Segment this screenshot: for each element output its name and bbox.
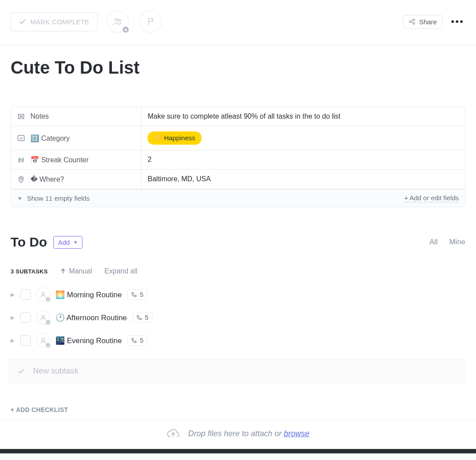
share-label: Share xyxy=(419,18,437,26)
subtask-row: ▶ + 🕐 Afternoon Routine 5 xyxy=(11,306,465,329)
caret-down-icon: ▼ xyxy=(73,240,78,245)
more-options-button[interactable] xyxy=(449,18,465,26)
add-edit-fields-button[interactable]: + Add or edit fields xyxy=(404,194,459,202)
subtask-row: ▶ + 🌅 Morning Routine 5 xyxy=(11,283,465,306)
field-value-notes[interactable]: Make sure to complete atleast 90% of all… xyxy=(141,107,465,126)
svg-point-2 xyxy=(409,21,411,22)
fields-footer: ▼ Show 11 empty fields + Add or edit fie… xyxy=(11,189,465,207)
svg-point-15 xyxy=(134,341,136,343)
priority-flag-button[interactable] xyxy=(140,11,162,33)
svg-point-9 xyxy=(134,295,136,297)
subtask-tree-icon xyxy=(131,292,137,298)
field-label-category: 🔠 Category xyxy=(11,126,141,150)
dropdown-field-icon xyxy=(17,134,25,142)
expand-caret-icon[interactable]: ▶ xyxy=(11,314,15,321)
attachment-dropzone[interactable]: Drop files here to attach or browse xyxy=(0,420,476,449)
todo-section-title: To Do xyxy=(11,235,47,250)
field-value-streak[interactable]: 2 xyxy=(141,150,465,169)
text-field-icon xyxy=(17,112,25,120)
field-value-category[interactable]: 💛 Happiness xyxy=(141,126,465,150)
share-button[interactable]: Share xyxy=(403,15,443,29)
subtask-row: ▶ + 🌃 Evening Routine 5 xyxy=(11,329,465,352)
subtask-name[interactable]: 🌅 Morning Routine xyxy=(56,290,122,299)
arrow-up-icon xyxy=(60,268,66,274)
bottom-bar xyxy=(0,449,476,453)
sort-mode-button[interactable]: Manual xyxy=(60,267,92,275)
plus-badge-icon: + xyxy=(45,342,51,348)
assign-subtask-button[interactable]: + xyxy=(36,288,50,302)
field-row-where: � Where? Baltimore, MD, USA xyxy=(11,170,465,189)
mark-complete-label: MARK COMPLETE xyxy=(30,18,89,26)
expand-caret-icon[interactable]: ▶ xyxy=(11,292,15,298)
plus-badge-icon: + xyxy=(45,296,51,303)
expand-all-button[interactable]: Expand all xyxy=(104,267,138,275)
dropzone-text: Drop files here to attach or xyxy=(188,429,284,438)
checkmark-icon xyxy=(17,367,25,375)
filter-mine-tab[interactable]: Mine xyxy=(449,238,465,247)
category-tag: 💛 Happiness xyxy=(148,131,201,145)
browse-link[interactable]: browse xyxy=(284,429,309,438)
number-field-icon xyxy=(17,156,25,164)
assign-subtask-button[interactable]: + xyxy=(36,310,50,325)
task-toolbar: MARK COMPLETE + Share xyxy=(0,0,476,45)
new-subtask-placeholder: New subtask xyxy=(33,367,78,376)
expand-caret-icon[interactable]: ▶ xyxy=(11,337,15,344)
subtask-checkbox[interactable] xyxy=(20,335,31,346)
subtask-name[interactable]: 🌃 Evening Routine xyxy=(56,336,122,345)
field-row-streak: 📅 Streak Counter 2 xyxy=(11,150,465,170)
svg-point-3 xyxy=(413,19,415,21)
plus-badge-icon: + xyxy=(122,26,130,34)
people-icon xyxy=(112,16,123,27)
add-checklist-button[interactable]: + ADD CHECKLIST xyxy=(0,383,476,420)
subtask-child-count[interactable]: 5 xyxy=(127,289,147,300)
field-label-streak: 📅 Streak Counter xyxy=(11,150,141,169)
subtask-controls: 3 SUBTASKS Manual Expand all xyxy=(0,250,476,283)
svg-point-0 xyxy=(115,19,118,21)
plus-badge-icon: + xyxy=(45,319,51,325)
svg-rect-5 xyxy=(18,135,24,141)
field-label-where: � Where? xyxy=(11,170,141,189)
page-title[interactable]: Cute To Do List xyxy=(0,45,476,86)
subtask-list: ▶ + 🌅 Morning Routine 5 ▶ + 🕐 Afternoon … xyxy=(0,283,476,352)
svg-point-1 xyxy=(118,19,120,22)
field-label-notes: Notes xyxy=(11,107,141,126)
subtask-tree-icon xyxy=(131,337,137,344)
subtask-checkbox[interactable] xyxy=(20,312,31,323)
cloud-upload-icon xyxy=(167,429,180,439)
subtask-child-count[interactable]: 5 xyxy=(127,335,147,346)
divider xyxy=(134,15,134,29)
share-icon xyxy=(409,18,416,25)
todo-section-header: To Do Add ▼ All Mine xyxy=(0,207,476,250)
mark-complete-button[interactable]: MARK COMPLETE xyxy=(11,12,98,31)
assign-subtask-button[interactable]: + xyxy=(36,333,50,348)
svg-point-7 xyxy=(42,292,45,295)
filter-all-tab[interactable]: All xyxy=(429,238,438,247)
new-subtask-input[interactable]: New subtask xyxy=(8,359,465,383)
subtask-child-count[interactable]: 5 xyxy=(132,312,152,323)
svg-point-10 xyxy=(42,315,45,318)
svg-point-11 xyxy=(137,315,139,317)
show-empty-fields-toggle[interactable]: Show 11 empty fields xyxy=(27,194,90,202)
caret-down-icon: ▼ xyxy=(17,195,22,202)
checkmark-icon xyxy=(19,18,26,25)
svg-point-13 xyxy=(42,338,45,341)
custom-fields-table: Notes Make sure to complete atleast 90% … xyxy=(11,107,465,207)
svg-point-4 xyxy=(413,22,415,24)
svg-point-6 xyxy=(20,178,22,180)
subtask-tree-icon xyxy=(136,314,142,321)
svg-point-14 xyxy=(132,338,134,340)
add-subtask-button[interactable]: Add ▼ xyxy=(53,236,83,249)
field-value-where[interactable]: Baltimore, MD, USA xyxy=(141,170,465,189)
subtask-name[interactable]: 🕐 Afternoon Routine xyxy=(56,313,127,322)
svg-point-8 xyxy=(132,292,134,294)
subtask-count-label: 3 SUBTASKS xyxy=(11,268,48,275)
svg-point-12 xyxy=(140,318,141,320)
subtask-checkbox[interactable] xyxy=(20,289,31,300)
field-row-category: 🔠 Category 💛 Happiness xyxy=(11,126,465,150)
assignees-button[interactable]: + xyxy=(107,11,129,33)
filter-tabs: All Mine xyxy=(429,238,465,247)
field-row-notes: Notes Make sure to complete atleast 90% … xyxy=(11,107,465,126)
flag-icon xyxy=(146,17,155,26)
location-field-icon xyxy=(17,176,25,183)
